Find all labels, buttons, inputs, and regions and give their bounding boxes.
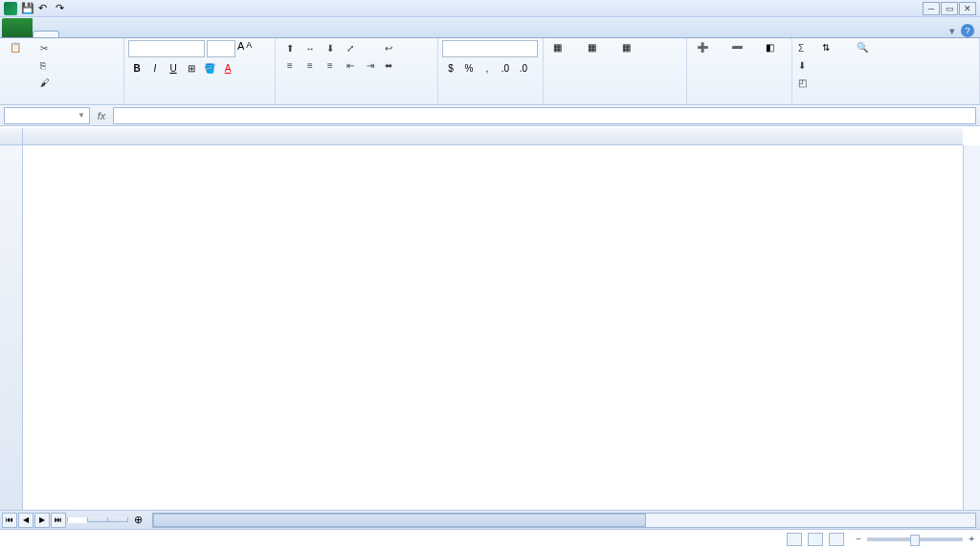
align-right-button[interactable]: ≡ [322, 57, 339, 75]
fill-icon: ⬇ [798, 60, 810, 72]
eraser-icon: ◰ [798, 77, 810, 89]
clear-button[interactable]: ◰ [796, 75, 814, 91]
cell-styles-button[interactable]: ▦ [616, 40, 649, 65]
wrap-icon: ↩ [385, 43, 396, 55]
copy-icon: ⎘ [40, 60, 52, 72]
tab-data[interactable] [134, 32, 159, 37]
fill-color-button[interactable]: 🪣 [201, 59, 218, 77]
number-format-select[interactable] [442, 40, 538, 57]
ribbon-tabs: ▾ ? [0, 17, 980, 38]
restore-button[interactable]: ▭ [941, 2, 958, 15]
cut-icon: ✂ [40, 43, 52, 55]
border-button[interactable]: ⊞ [183, 59, 200, 77]
save-icon[interactable]: 💾 [21, 2, 34, 15]
font-color-button[interactable]: A [219, 59, 236, 77]
zoom-out-button[interactable]: − [856, 534, 861, 544]
help-icon[interactable]: ? [961, 24, 974, 37]
new-sheet-button[interactable]: ⊕ [128, 514, 148, 526]
redo-icon[interactable]: ↷ [56, 2, 69, 15]
format-cells-button[interactable]: ◧ [760, 40, 792, 65]
group-editing-label [796, 101, 975, 102]
merge-icon: ⬌ [385, 60, 396, 72]
minimize-button[interactable]: ─ [923, 2, 940, 15]
cond-format-icon: ▦ [553, 42, 574, 63]
group-styles-label [547, 101, 682, 102]
sheet-tab-1[interactable] [67, 517, 88, 523]
align-center-button[interactable]: ≡ [301, 57, 319, 75]
tab-view[interactable] [184, 32, 209, 37]
close-button[interactable]: ✕ [959, 2, 976, 15]
align-left-button[interactable]: ≡ [281, 57, 299, 75]
format-as-table-button[interactable]: ▦ [582, 40, 614, 65]
minimize-ribbon-icon[interactable]: ▾ [949, 25, 955, 37]
title-bar: 💾 ↶ ↷ ─ ▭ ✕ [0, 0, 980, 17]
tab-review[interactable] [159, 32, 184, 37]
font-family-select[interactable] [128, 40, 205, 57]
decrease-indent-button[interactable]: ⇤ [342, 57, 359, 75]
merge-center-button[interactable]: ⬌ [383, 57, 401, 74]
decrease-font-icon[interactable]: A [246, 40, 252, 57]
tab-formulas[interactable] [109, 32, 134, 37]
underline-button[interactable]: U [165, 59, 182, 77]
format-painter-button[interactable]: 🖌 [38, 75, 56, 91]
paste-button[interactable]: 📋 [4, 40, 36, 65]
currency-button[interactable]: $ [442, 59, 459, 77]
last-sheet-button[interactable]: ⏭ [51, 513, 66, 528]
tab-pagelayout[interactable] [84, 32, 109, 37]
cut-button[interactable]: ✂ [38, 40, 56, 56]
decrease-decimal-button[interactable]: .0 [515, 59, 532, 77]
sort-filter-button[interactable]: ⇅ [816, 40, 849, 65]
tab-insert[interactable] [59, 32, 84, 37]
first-sheet-button[interactable]: ⏮ [2, 513, 17, 528]
find-select-button[interactable]: 🔍 [851, 40, 883, 65]
sheet-tab-3[interactable] [107, 517, 128, 522]
zoom-slider[interactable] [867, 537, 963, 541]
delete-cells-button[interactable]: ➖ [725, 40, 758, 65]
autosum-button[interactable]: Σ [796, 40, 814, 56]
format-icon: ◧ [766, 42, 787, 63]
excel-icon [4, 2, 17, 15]
prev-sheet-button[interactable]: ◀ [18, 513, 33, 528]
tab-file[interactable] [2, 18, 33, 37]
status-bar: − + [0, 529, 980, 548]
sheet-tab-2[interactable] [87, 517, 108, 522]
fill-button[interactable]: ⬇ [796, 57, 814, 74]
insert-icon: ➕ [697, 42, 718, 63]
align-middle-button[interactable]: ↔ [301, 40, 319, 57]
conditional-formatting-button[interactable]: ▦ [547, 40, 580, 65]
italic-button[interactable]: I [146, 59, 164, 77]
group-clipboard-label [4, 101, 120, 102]
align-top-button[interactable]: ⬆ [281, 40, 299, 57]
undo-icon[interactable]: ↶ [38, 2, 52, 15]
bold-button[interactable]: B [128, 59, 145, 77]
increase-decimal-button[interactable]: .0 [497, 59, 514, 77]
sigma-icon: Σ [798, 43, 810, 55]
insert-cells-button[interactable]: ➕ [691, 40, 724, 65]
cell-grid[interactable] [23, 145, 963, 510]
increase-indent-button[interactable]: ⇥ [362, 57, 379, 75]
page-break-view-button[interactable] [829, 533, 844, 546]
comma-button[interactable]: , [479, 59, 496, 77]
align-bottom-button[interactable]: ⬇ [322, 40, 339, 57]
name-box[interactable]: ▼ [4, 107, 90, 124]
worksheet [0, 128, 980, 510]
tab-home[interactable] [33, 31, 59, 37]
font-size-select[interactable] [207, 40, 235, 57]
orientation-button[interactable]: ⤢ [342, 40, 359, 57]
wrap-text-button[interactable]: ↩ [383, 40, 401, 56]
horizontal-scrollbar[interactable] [152, 513, 976, 528]
next-sheet-button[interactable]: ▶ [34, 513, 50, 528]
group-alignment-label [279, 101, 434, 102]
normal-view-button[interactable] [787, 533, 802, 546]
increase-font-icon[interactable]: A [237, 40, 244, 57]
vertical-scrollbar[interactable] [963, 145, 980, 510]
zoom-in-button[interactable]: + [969, 534, 974, 544]
formula-input[interactable] [113, 107, 976, 124]
page-layout-view-button[interactable] [808, 533, 823, 546]
brush-icon: 🖌 [40, 77, 52, 89]
select-all-corner[interactable] [0, 128, 23, 145]
formula-bar: ▼ fx [0, 105, 980, 126]
percent-button[interactable]: % [460, 59, 478, 77]
copy-button[interactable]: ⎘ [38, 57, 56, 74]
fx-icon[interactable]: fx [94, 110, 109, 121]
